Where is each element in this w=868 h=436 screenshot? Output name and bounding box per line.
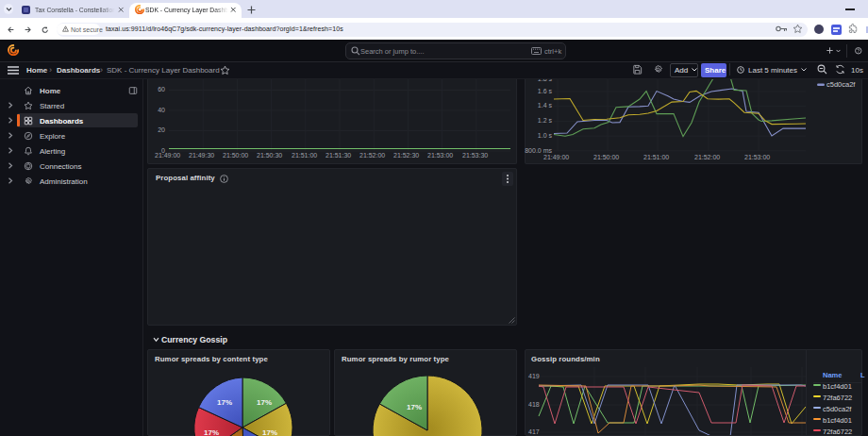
svg-text:17%: 17%	[257, 398, 272, 407]
svg-text:17%: 17%	[204, 428, 219, 436]
svg-text:17%: 17%	[262, 428, 277, 436]
svg-text:17%: 17%	[217, 398, 232, 407]
svg-text:17%: 17%	[407, 403, 422, 411]
